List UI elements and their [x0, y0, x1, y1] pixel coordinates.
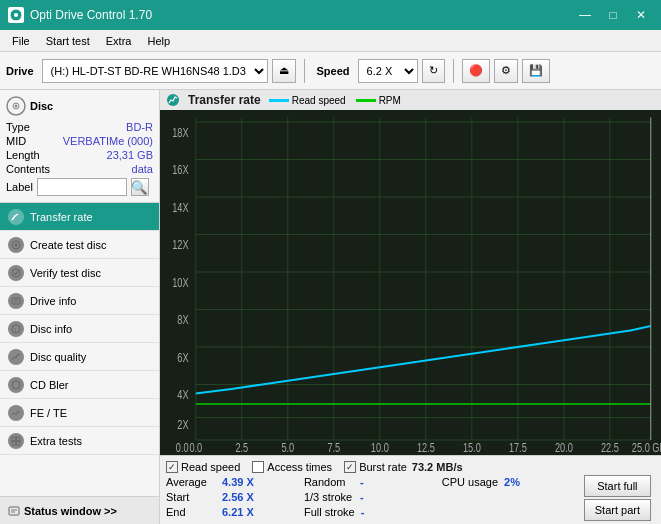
legend-read-speed-color	[269, 99, 289, 102]
read-speed-checkbox[interactable]: ✓ Read speed	[166, 461, 240, 473]
nav-create-test-disc[interactable]: Create test disc	[0, 231, 159, 259]
content-area: Transfer rate Read speed RPM 18X 16X	[160, 90, 661, 524]
chart-container: 18X 16X 14X 12X 10X 8X 6X 4X 2X 0.0 0.0 …	[160, 110, 661, 455]
svg-rect-17	[17, 441, 21, 445]
close-button[interactable]: ✕	[629, 6, 653, 24]
nav-verify-test-disc[interactable]: Verify test disc	[0, 259, 159, 287]
read-speed-checkbox-label: Read speed	[181, 461, 240, 473]
stat-cpu-label: CPU usage	[442, 476, 498, 488]
disc-type-row: Type BD-R	[6, 120, 153, 134]
disc-header: Disc	[6, 96, 153, 116]
refresh-button[interactable]: ↻	[422, 59, 445, 83]
nav-verify-test-disc-label: Verify test disc	[30, 267, 101, 279]
nav-disc-info-label: Disc info	[30, 323, 72, 335]
burst-rate-value: 73.2 MB/s	[412, 461, 463, 473]
nav-drive-info[interactable]: Drive info	[0, 287, 159, 315]
svg-text:6X: 6X	[177, 350, 188, 364]
svg-rect-8	[12, 298, 20, 304]
svg-rect-18	[9, 507, 19, 515]
titlebar: Opti Drive Control 1.70 — □ ✕	[0, 0, 661, 30]
svg-text:12.5: 12.5	[417, 440, 435, 454]
eject-button[interactable]: ⏏	[272, 59, 296, 83]
nav-extra-tests-label: Extra tests	[30, 435, 82, 447]
svg-text:8X: 8X	[177, 313, 188, 327]
stat-1-3-stroke-label: 1/3 stroke	[304, 491, 354, 503]
label-search-button[interactable]: 🔍	[131, 178, 149, 196]
svg-point-4	[15, 105, 18, 108]
svg-text:2X: 2X	[177, 418, 188, 432]
status-window-icon	[8, 505, 20, 517]
transfer-rate-icon	[8, 209, 24, 225]
disc-length-label: Length	[6, 149, 40, 161]
svg-text:18X: 18X	[172, 125, 189, 139]
menu-extra[interactable]: Extra	[98, 33, 140, 49]
toolbar-separator-2	[453, 59, 454, 83]
disc-type-value: BD-R	[126, 121, 153, 133]
speed-label: Speed	[317, 65, 350, 77]
disc-label-label: Label	[6, 181, 33, 193]
svg-text:0.0: 0.0	[189, 440, 202, 454]
svg-point-13	[12, 381, 20, 389]
legend-rpm: RPM	[356, 95, 401, 106]
disc-mid-label: MID	[6, 135, 26, 147]
nav-cd-bler-label: CD Bler	[30, 379, 69, 391]
minimize-button[interactable]: —	[573, 6, 597, 24]
disc-type-label: Type	[6, 121, 30, 133]
transfer-rate-chart-icon	[166, 93, 180, 107]
settings-button[interactable]: ⚙	[494, 59, 518, 83]
drive-label: Drive	[6, 65, 34, 77]
chart-title: Transfer rate	[188, 93, 261, 107]
menu-file[interactable]: File	[4, 33, 38, 49]
stat-random-label: Random	[304, 476, 354, 488]
titlebar-left: Opti Drive Control 1.70	[8, 7, 152, 23]
legend-rpm-label: RPM	[379, 95, 401, 106]
cd-bler-icon	[8, 377, 24, 393]
disc-mid-value: VERBATIMe (000)	[63, 135, 153, 147]
start-full-button[interactable]: Start full	[584, 475, 651, 497]
access-times-checkbox-box	[252, 461, 264, 473]
nav-transfer-rate[interactable]: Transfer rate	[0, 203, 159, 231]
stat-group-3: CPU usage 2%	[442, 475, 580, 521]
burst-rate-checkbox[interactable]: ✓ Burst rate 73.2 MB/s	[344, 461, 462, 473]
svg-rect-14	[12, 437, 16, 441]
maximize-button[interactable]: □	[601, 6, 625, 24]
speed-select[interactable]: 6.2 X	[358, 59, 418, 83]
drive-select[interactable]: (H:) HL-DT-ST BD-RE WH16NS48 1.D3	[42, 59, 268, 83]
disc-section-title: Disc	[30, 100, 53, 112]
nav-create-test-disc-label: Create test disc	[30, 239, 106, 251]
menu-start-test[interactable]: Start test	[38, 33, 98, 49]
nav-extra-tests[interactable]: Extra tests	[0, 427, 159, 455]
svg-text:0.0: 0.0	[176, 440, 189, 454]
nav-disc-quality[interactable]: Disc quality	[0, 343, 159, 371]
nav-disc-info[interactable]: i Disc info	[0, 315, 159, 343]
disc-label-input[interactable]	[37, 178, 127, 196]
menu-help[interactable]: Help	[139, 33, 178, 49]
disc-section: Disc Type BD-R MID VERBATIMe (000) Lengt…	[0, 90, 159, 203]
status-window-button[interactable]: Status window >>	[0, 496, 159, 524]
start-part-button[interactable]: Start part	[584, 499, 651, 521]
svg-text:25.0 GB: 25.0 GB	[632, 440, 661, 454]
read-speed-checkmark: ✓	[168, 462, 176, 472]
status-window-label: Status window >>	[24, 505, 117, 517]
main-area: Disc Type BD-R MID VERBATIMe (000) Lengt…	[0, 90, 661, 524]
toolbar: Drive (H:) HL-DT-ST BD-RE WH16NS48 1.D3 …	[0, 52, 661, 90]
read-speed-checkbox-box: ✓	[166, 461, 178, 473]
save-button[interactable]: 💾	[522, 59, 550, 83]
svg-text:5.0: 5.0	[281, 440, 294, 454]
stat-end-label: End	[166, 506, 216, 518]
disc-quality-icon	[8, 349, 24, 365]
app-icon	[8, 7, 24, 23]
disc-label-row: Label 🔍	[6, 176, 153, 196]
nav-cd-bler[interactable]: CD Bler	[0, 371, 159, 399]
nav-fe-te[interactable]: FE / TE	[0, 399, 159, 427]
burst-rate-checkbox-box: ✓	[344, 461, 356, 473]
stat-1-3-stroke-value: -	[360, 491, 364, 503]
access-times-checkbox[interactable]: Access times	[252, 461, 332, 473]
stat-group-1: Average 4.39 X Start 2.56 X End 6.21 X	[166, 475, 304, 521]
svg-point-6	[15, 243, 18, 246]
svg-text:22.5: 22.5	[601, 440, 619, 454]
svg-text:7.5: 7.5	[327, 440, 340, 454]
disc-icon	[6, 96, 26, 116]
disc-length-value: 23,31 GB	[107, 149, 153, 161]
burn-button[interactable]: 🔴	[462, 59, 490, 83]
